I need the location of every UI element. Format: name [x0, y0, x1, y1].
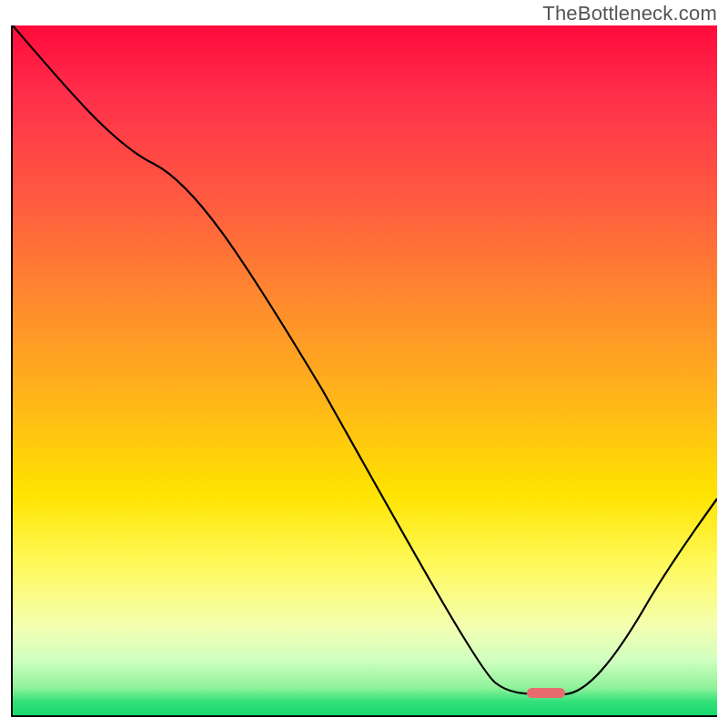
optimal-range-marker	[527, 688, 565, 698]
watermark-text: TheBottleneck.com	[542, 2, 717, 25]
bottleneck-chart	[11, 25, 717, 717]
chart-gradient-background	[13, 25, 717, 715]
